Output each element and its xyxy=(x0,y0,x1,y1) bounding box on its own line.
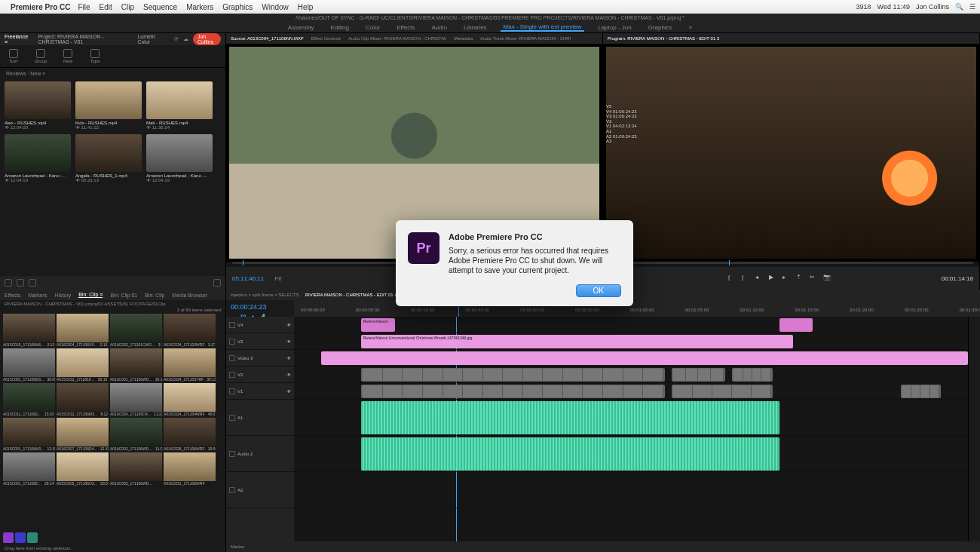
menu-clip[interactable]: Clip xyxy=(121,3,134,11)
menu-sequence[interactable]: Sequence xyxy=(143,3,177,11)
browser-clip[interactable]: A015C005_171106O3... 28:07 xyxy=(57,452,109,486)
timeline-clip-a2[interactable] xyxy=(361,437,779,471)
timeline-tracks[interactable]: Riviera MaisonRiviera Maison Unconventio… xyxy=(294,317,968,541)
source-tab-clip[interactable]: Source: A013C004_171106NN.MXF xyxy=(231,36,304,41)
ws-graphics2[interactable]: Graphics xyxy=(645,24,675,31)
tool-new[interactable]: New xyxy=(60,49,75,64)
bin-breadcrumb[interactable]: Reviews · New » xyxy=(0,68,225,78)
timeline-clip-v1[interactable] xyxy=(901,385,942,398)
timeline-clip-video3[interactable] xyxy=(321,351,968,365)
project-grid[interactable]: Alex - RUSHES.mp4👁 12:04:00Kids - RUSHES… xyxy=(0,78,225,276)
menu-file[interactable]: File xyxy=(78,3,90,11)
lock-icon[interactable] xyxy=(229,487,235,493)
source-tab-effectcontrols[interactable]: Effect Controls xyxy=(311,36,341,41)
browser-clip[interactable]: A015C012_171201K... 30:10 xyxy=(57,348,109,382)
menubar-clock[interactable]: Wed 11:49 xyxy=(877,3,910,11)
source-tab-audiotrackmixer[interactable]: Audio Track Mixer: RIVIERA MAISON - CHRI… xyxy=(480,36,571,41)
project-tab-freelance[interactable]: Freelance ≡ xyxy=(5,34,29,44)
video-track-header[interactable]: V3👁 xyxy=(226,333,294,350)
tool-type[interactable]: Type xyxy=(87,49,103,64)
program-viewer[interactable]: V5V4 01:00:24:23V3 01:00:24:23V2V1 04:02… xyxy=(603,44,979,262)
lock-icon[interactable] xyxy=(229,339,235,345)
timeline-clip-v2[interactable] xyxy=(361,368,664,382)
browser-clip[interactable]: A016C024_171104WRF 45:01 xyxy=(164,383,216,416)
browser-clip[interactable]: A015C015_171106M6... 2:13 xyxy=(3,314,55,347)
freeform-view-icon[interactable] xyxy=(29,279,36,287)
tool-group[interactable]: Group xyxy=(33,49,48,64)
project-clip[interactable]: Amazon Launchpad - Kano -...👁 12:04:19 xyxy=(5,134,71,182)
prog-mark-out-icon[interactable]: } xyxy=(742,274,751,283)
video-track-lane[interactable] xyxy=(294,317,968,333)
icon-view-icon[interactable] xyxy=(17,279,24,287)
project-clip[interactable]: Kids - RUSHES.mp4👁 11:41:12 xyxy=(75,81,142,130)
timeline-clip-v2[interactable] xyxy=(672,368,726,382)
audio-track-header[interactable]: A1 xyxy=(226,400,294,436)
project-clip[interactable]: Matt - RUSHES.mp4👁 11:36:24 xyxy=(146,81,213,130)
browser-clip[interactable]: A016C007_171106D4... 12:19 xyxy=(57,418,109,451)
program-scrubber[interactable] xyxy=(609,262,973,264)
menu-window[interactable]: Window xyxy=(262,3,289,11)
menu-edit[interactable]: Edit xyxy=(100,3,112,11)
browser-clip[interactable]: A016C024_171103YRF 30:13 xyxy=(164,348,216,382)
user-chip[interactable]: Jon Collins xyxy=(193,33,221,45)
prog-step-back-icon[interactable]: ◂ xyxy=(755,274,764,283)
new-item-icon[interactable] xyxy=(213,279,221,287)
spotlight-icon[interactable]: 🔍 xyxy=(955,3,963,11)
ws-overflow[interactable]: » xyxy=(686,24,695,31)
app-name[interactable]: Premiere Pro CC xyxy=(11,3,70,11)
project-clip[interactable]: Amazon Launchpad - Kano -...👁 12:04:19 xyxy=(146,134,213,182)
timeline-clip-v1[interactable] xyxy=(672,385,773,398)
timeline-clip-v4[interactable]: Riviera Maison xyxy=(361,318,395,332)
aftereffects-icon[interactable] xyxy=(15,532,26,543)
cloud-icon[interactable]: ☁ xyxy=(183,36,188,42)
video-track-header[interactable]: V1👁 xyxy=(226,383,294,400)
browser-clip[interactable]: A016C002_171106WD... xyxy=(110,452,162,486)
browser-clip[interactable]: A015C012_171106M3... 8:12 xyxy=(57,383,109,416)
audio-track-header[interactable]: A2 xyxy=(226,472,294,508)
timeline-timecode[interactable]: 00:00:24:23 xyxy=(226,300,294,314)
browser-clip[interactable]: A015C001_171106M3... 30:09 xyxy=(3,348,55,382)
timeline-clip-v4[interactable] xyxy=(779,318,813,332)
audio-track-lane[interactable] xyxy=(294,472,968,508)
ws-laptop[interactable]: Laptop - Jon xyxy=(595,24,634,31)
ws-custom-max[interactable]: Max - Single with ext preview xyxy=(501,23,585,32)
menubar-user[interactable]: Jon Collins xyxy=(916,3,949,11)
prog-play-icon[interactable]: ▶ xyxy=(769,274,778,283)
browser-clip[interactable]: A016C033_171201CWO... 3:13 xyxy=(110,314,162,347)
premiere-icon[interactable] xyxy=(3,532,14,543)
program-tab[interactable]: Program: RIVIERA MAISON - CHRISTMAS - ED… xyxy=(608,36,719,41)
tool-sort[interactable]: Sort xyxy=(6,49,21,64)
menu-graphics[interactable]: Graphics xyxy=(222,3,253,11)
project-tab-project[interactable]: Project: RIVIERA MAISON - CHRISTMAS - V0… xyxy=(38,34,128,44)
video-track-header[interactable]: V2👁 xyxy=(226,366,294,383)
timeline-clip-a1[interactable] xyxy=(361,401,779,434)
lock-icon[interactable] xyxy=(229,415,235,421)
sync-icon[interactable]: ⟳ xyxy=(174,36,179,42)
browser-tab[interactable]: Markers xyxy=(28,293,47,298)
browser-clip[interactable]: A016C034_171109O4... 11:23 xyxy=(110,383,162,416)
lift-icon[interactable]: ⇡ xyxy=(796,274,805,283)
browser-clip[interactable]: A016C004_171106V9... 2:13 xyxy=(57,314,109,347)
browser-path[interactable]: RIVIERA MAISON - CHRISTMAS - V01.prproj/… xyxy=(0,300,225,308)
browser-tab[interactable]: Media Browser xyxy=(172,293,207,298)
ws-effects[interactable]: Effects xyxy=(394,24,418,31)
ws-editing[interactable]: Editing xyxy=(328,24,352,31)
browser-tab[interactable]: Effects xyxy=(5,293,20,298)
source-tab-audioclipmixer[interactable]: Audio Clip Mixer: RIVIERA MAISON - CHRIS… xyxy=(348,36,446,41)
prog-step-fwd-icon[interactable]: ▸ xyxy=(782,274,792,283)
ws-assembly[interactable]: Assembly xyxy=(285,24,317,31)
ws-audio[interactable]: Audio xyxy=(428,24,449,31)
dialog-ok-button[interactable]: OK xyxy=(576,284,621,297)
lock-icon[interactable] xyxy=(229,322,235,328)
source-tab-metadata[interactable]: Metadata xyxy=(454,36,473,41)
project-clip[interactable]: Alex - RUSHES.mp4👁 12:04:00 xyxy=(5,81,71,130)
project-clip[interactable]: Angela - RUSHES_1.mp4👁 00:23:13 xyxy=(75,134,142,182)
video-track-header[interactable]: Video 3👁 xyxy=(226,350,294,366)
ws-color[interactable]: Color xyxy=(363,24,383,31)
browser-grid[interactable]: A015C015_171106M6... 2:13A016C004_171106… xyxy=(0,312,225,531)
prog-export-frame-icon[interactable]: 📷 xyxy=(823,274,832,283)
browser-clip[interactable]: A015C001_171106M3... 12:19 xyxy=(3,418,55,451)
extract-icon[interactable]: ✂ xyxy=(810,274,819,283)
browser-clip[interactable]: A015C001_171106D... 28:14 xyxy=(3,452,55,486)
menu-help[interactable]: Help xyxy=(298,3,314,11)
